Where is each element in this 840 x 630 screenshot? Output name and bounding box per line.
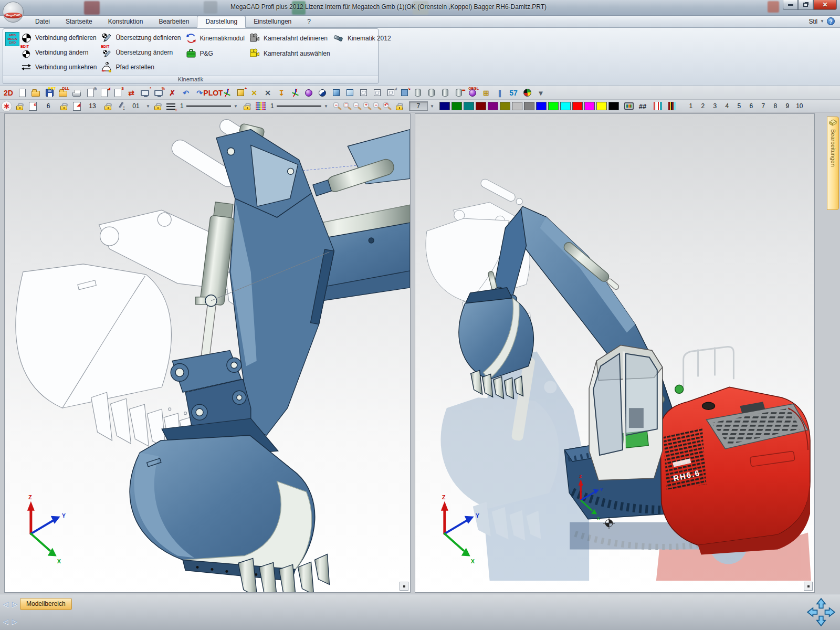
viewport-corner-button[interactable] xyxy=(804,582,813,591)
layer-list-icon[interactable] xyxy=(654,102,662,110)
zoom-window-tool[interactable]: □ xyxy=(343,102,349,108)
color-swatch[interactable] xyxy=(512,102,522,110)
color-swatch[interactable] xyxy=(536,102,547,110)
icon-print[interactable] xyxy=(70,87,83,99)
color-index-box[interactable]: 7 xyxy=(409,101,428,111)
icon-view-window[interactable]: ↘ xyxy=(397,87,411,99)
layout-next-button[interactable]: ▷ xyxy=(11,617,18,625)
title-bar[interactable]: MegaCAD Profi plus 2012 Lizenz Intern fü… xyxy=(0,0,840,16)
tab-darstellung[interactable]: Darstellung xyxy=(197,16,246,28)
icon-structure-tree[interactable]: ⊞ xyxy=(479,87,493,99)
lock-hatch-icon[interactable] xyxy=(244,106,250,110)
zoom-extents-tool[interactable]: ↔ xyxy=(353,102,359,108)
color-swatch[interactable] xyxy=(572,102,583,110)
color-swatch[interactable] xyxy=(596,102,607,110)
icon-cylinder-wire[interactable] xyxy=(411,87,425,99)
zoom-out-tool[interactable]: − xyxy=(333,102,339,108)
layer-number-button[interactable]: 8 xyxy=(770,101,781,111)
sheet-page-icon[interactable]: ◢ xyxy=(73,102,81,111)
icon-measure-3d[interactable]: ✕ xyxy=(261,87,275,99)
color-swatch[interactable] xyxy=(548,102,559,110)
color-swatch[interactable] xyxy=(560,102,571,110)
zoom-reduce-tool[interactable]: − xyxy=(373,102,379,108)
restore-button[interactable] xyxy=(798,0,813,10)
icon-load-dll[interactable]: DLL xyxy=(56,87,70,99)
model-space-tab[interactable]: Modellbereich xyxy=(20,598,72,610)
layout-prev-button[interactable]: ◁ xyxy=(2,617,9,625)
icon-open-drawing[interactable] xyxy=(29,87,43,99)
ribbon-item-verbindung-aendern[interactable]: EDIT Verbindung ändern xyxy=(19,45,100,60)
hatch-pattern-icon[interactable] xyxy=(256,102,266,110)
icon-drop-to-plane[interactable]: ↧ xyxy=(275,87,288,99)
icon-opengl-shading[interactable]: OPGL xyxy=(466,87,479,99)
tab-bearbeiten[interactable]: Bearbeiten xyxy=(151,16,197,27)
icon-new-drawing[interactable] xyxy=(15,87,29,99)
tab-datei[interactable]: Datei xyxy=(27,16,58,27)
sheet-prev-button[interactable]: ◁ xyxy=(2,600,9,608)
icon-attribute-clips[interactable]: ∥ xyxy=(493,87,507,99)
icon-solid-box-view[interactable] xyxy=(343,87,356,99)
icon-redline-erase[interactable]: ✗ xyxy=(165,87,179,99)
ribbon-item-pg[interactable]: P&G xyxy=(184,46,248,61)
icon-rotate-view-sphere[interactable] xyxy=(302,87,316,99)
icon-redraw-window[interactable]: * xyxy=(138,87,152,99)
color-swatch[interactable] xyxy=(488,102,498,110)
tab-konstruktion[interactable]: Konstruktion xyxy=(100,16,151,27)
tab-startseite[interactable]: Startseite xyxy=(58,16,100,27)
layer-number-button[interactable]: 1 xyxy=(685,101,696,111)
hatch-selector[interactable]: 1▼ xyxy=(269,101,330,111)
layer-number-button[interactable]: 3 xyxy=(709,101,720,111)
pen-dropdown-icon[interactable]: ▼ xyxy=(146,104,150,109)
lock-color-icon[interactable] xyxy=(396,106,403,110)
tab-einstellungen[interactable]: Einstellungen xyxy=(246,16,299,27)
viewport-overview[interactable]: RH6.6 Z xyxy=(415,113,815,593)
marker-star-button[interactable]: ∗ xyxy=(1,101,12,112)
color-swatch[interactable] xyxy=(452,102,462,110)
icon-wireframe-box-2[interactable] xyxy=(370,87,384,99)
icon-print-preview[interactable]: ◎ xyxy=(83,87,97,99)
close-button[interactable]: ✕ xyxy=(813,0,837,10)
minimize-button[interactable] xyxy=(783,0,798,10)
pen-number-value[interactable]: 01 xyxy=(128,102,144,110)
icon-coordinate-system[interactable] xyxy=(288,87,302,99)
ribbon-item-uebersetzung-definieren[interactable]: Übersetzung definieren xyxy=(100,30,184,45)
tab-help[interactable]: ? xyxy=(299,16,319,27)
zoom-previous-tool[interactable]: ↶ xyxy=(383,102,389,108)
color-swatch[interactable] xyxy=(476,102,486,110)
icon-page-special[interactable]: S xyxy=(111,87,124,99)
ribbon-item-pfad-erstellen[interactable]: Pfad erstellen xyxy=(100,60,184,75)
icon-color-wheel[interactable] xyxy=(520,87,534,99)
lock-linewidth-icon[interactable] xyxy=(154,106,161,110)
layer-number-button[interactable]: 9 xyxy=(782,101,793,111)
sheet-number-value[interactable]: 13 xyxy=(85,102,100,110)
icon-section-box[interactable]: ◢ xyxy=(384,87,397,99)
icon-symbol-box[interactable]: + xyxy=(234,87,247,99)
icon-measure-xy[interactable]: ✕ xyxy=(247,87,261,99)
ribbon-item-verbindung-umkehren[interactable]: Verbindung umkehren xyxy=(19,60,100,75)
icon-cylinder-outline[interactable] xyxy=(438,87,452,99)
icon-copy-page[interactable]: ◢ xyxy=(97,87,111,99)
layer-number-button[interactable]: 10 xyxy=(794,101,805,111)
pen-icon[interactable] xyxy=(117,101,125,111)
icon-solid-cube-view[interactable] xyxy=(329,87,343,99)
color-swatch[interactable] xyxy=(584,102,595,110)
ribbon-item-kinematik-2012[interactable]: Kinematik 2012 xyxy=(332,30,391,46)
sheet-next-button[interactable]: ▷ xyxy=(11,600,18,608)
color-swatch[interactable] xyxy=(464,102,474,110)
icon-shade-mode[interactable] xyxy=(316,87,329,99)
group-number-value[interactable]: 6 xyxy=(40,102,56,110)
layer-number-button[interactable]: 7 xyxy=(758,101,769,111)
icon-wireframe-box-1[interactable] xyxy=(356,87,370,99)
icon-plot[interactable]: PLOT xyxy=(206,87,220,99)
lock-pen-icon[interactable] xyxy=(104,106,111,110)
icon-id-numbers[interactable]: 57 xyxy=(507,87,520,99)
ribbon-item-verbindung-definieren[interactable]: Verbindung definieren xyxy=(19,30,100,45)
megacad-app-button[interactable]: MegaCAD xyxy=(3,2,24,23)
help-icon[interactable]: ? xyxy=(827,17,835,25)
screen-colors-icon[interactable] xyxy=(624,102,634,110)
icon-3d-axes[interactable] xyxy=(220,87,234,99)
group-page-icon[interactable]: 6 xyxy=(29,102,37,111)
layer-filter-icon[interactable] xyxy=(668,102,676,110)
linestyle-selector[interactable]: 1▼ xyxy=(178,101,239,111)
chevron-down-icon[interactable]: ▼ xyxy=(820,19,824,24)
